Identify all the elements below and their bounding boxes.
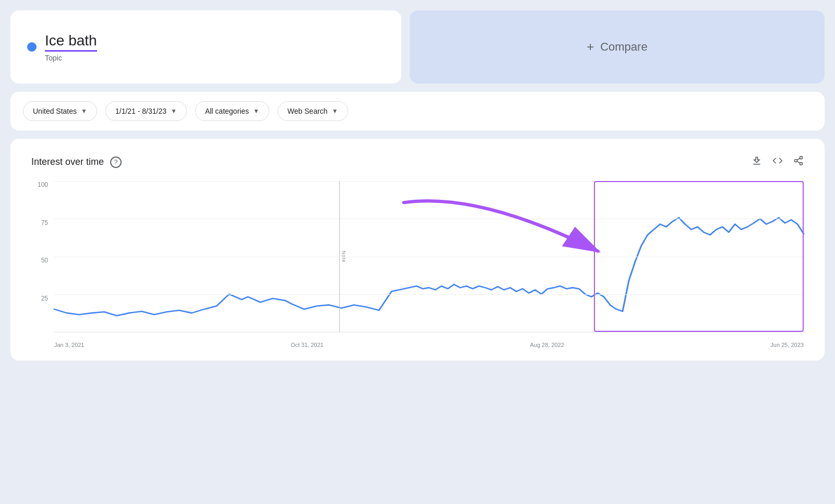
svg-line-3 [797, 161, 800, 163]
note-text: Note [341, 250, 347, 262]
y-label-25: 25 [31, 295, 48, 302]
embed-button[interactable] [772, 155, 783, 169]
chart-header: Interest over time ? [31, 155, 804, 169]
search-term-subtitle: Topic [45, 54, 97, 62]
filters-card: United States ▼ 1/1/21 - 8/31/23 ▼ All c… [10, 92, 825, 130]
grid-line-50 [54, 257, 804, 257]
date-chevron-icon: ▼ [171, 107, 177, 115]
chart-area: 100 75 50 25 Note [31, 181, 804, 348]
region-filter-button[interactable]: United States ▼ [23, 101, 97, 121]
search-dot-indicator [27, 42, 37, 52]
x-label-jun2023: Jun 25, 2023 [770, 342, 804, 348]
category-filter-label: All categories [205, 107, 249, 115]
compare-card[interactable]: + Compare [410, 10, 825, 83]
chart-inner: Note [54, 181, 804, 332]
category-filter-button[interactable]: All categories ▼ [195, 101, 269, 121]
chart-title: Interest over time [31, 157, 104, 167]
type-filter-button[interactable]: Web Search ▼ [278, 101, 348, 121]
date-filter-button[interactable]: 1/1/21 - 8/31/23 ▼ [105, 101, 187, 121]
svg-line-4 [797, 158, 800, 160]
chart-card: Interest over time ? [10, 139, 825, 361]
y-label-100: 100 [31, 181, 48, 188]
svg-point-2 [800, 162, 803, 165]
grid-line-25 [54, 294, 804, 295]
svg-point-0 [800, 157, 803, 159]
compare-label: Compare [600, 40, 647, 54]
top-section: Ice bath Topic + Compare [10, 10, 825, 83]
compare-plus-icon: + [587, 40, 594, 54]
y-label-75: 75 [31, 219, 48, 226]
share-button[interactable] [793, 155, 804, 169]
grid-line-100 [54, 181, 804, 182]
x-label-oct2021: Oct 31, 2021 [291, 342, 324, 348]
help-icon[interactable]: ? [110, 157, 122, 168]
region-filter-label: United States [33, 107, 77, 115]
type-filter-label: Web Search [288, 107, 328, 115]
svg-point-1 [795, 160, 797, 162]
chart-actions [752, 155, 804, 169]
x-axis-labels: Jan 3, 2021 Oct 31, 2021 Aug 28, 2022 Ju… [54, 342, 804, 348]
y-axis-labels: 100 75 50 25 [31, 181, 48, 348]
search-term-title: Ice bath [45, 32, 97, 52]
grid-line-75 [54, 219, 804, 219]
search-card: Ice bath Topic [10, 10, 401, 83]
y-label-50: 50 [31, 257, 48, 264]
date-filter-label: 1/1/21 - 8/31/23 [115, 107, 166, 115]
search-term-info: Ice bath Topic [45, 32, 97, 62]
x-label-jan2021: Jan 3, 2021 [54, 342, 85, 348]
vertical-note-line [339, 181, 340, 332]
download-button[interactable] [752, 155, 762, 169]
type-chevron-icon: ▼ [332, 107, 338, 115]
region-chevron-icon: ▼ [81, 107, 87, 115]
x-label-aug2022: Aug 28, 2022 [530, 342, 564, 348]
category-chevron-icon: ▼ [253, 107, 259, 115]
chart-title-group: Interest over time ? [31, 157, 122, 168]
